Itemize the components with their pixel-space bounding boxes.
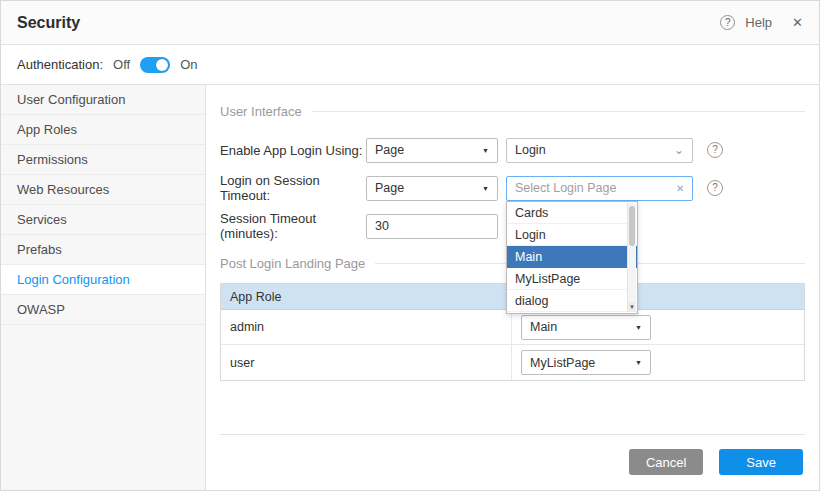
security-window: Security ? Help ✕ Authentication: Off On… xyxy=(0,0,820,491)
authentication-label: Authentication: xyxy=(17,57,103,72)
chevron-down-icon: ⌄ xyxy=(674,145,684,155)
table-row: user MyListPage ▼ xyxy=(221,345,804,380)
enable-app-login-type-value: Page xyxy=(375,143,482,157)
dropdown-option-mylistpage[interactable]: MyListPage xyxy=(507,268,637,290)
role-cell: user xyxy=(221,345,512,380)
sidebar-item-owasp[interactable]: OWASP xyxy=(1,295,205,325)
scrollbar-thumb[interactable] xyxy=(629,206,635,246)
enable-app-login-page-value: Login xyxy=(515,143,674,157)
login-page-search-input[interactable] xyxy=(515,181,676,195)
login-on-session-timeout-label: Login on Session Timeout: xyxy=(220,173,366,203)
sidebar-item-permissions[interactable]: Permissions xyxy=(1,145,205,175)
caret-down-icon: ▼ xyxy=(482,147,489,154)
login-page-dropdown-panel: Cards Login Main MyListPage dialog ▼ xyxy=(506,201,638,314)
dropdown-option-main[interactable]: Main xyxy=(507,246,637,268)
session-timeout-type-select[interactable]: Page ▼ xyxy=(366,176,498,201)
authentication-bar: Authentication: Off On xyxy=(1,45,819,85)
dropdown-option-login[interactable]: Login xyxy=(507,224,637,246)
sidebar-item-login-configuration[interactable]: Login Configuration xyxy=(1,265,205,295)
footer-actions: Cancel Save xyxy=(629,449,803,475)
dropdown-scrollbar[interactable]: ▼ xyxy=(627,203,636,312)
dropdown-option-dialog[interactable]: dialog xyxy=(507,290,637,312)
enable-app-login-help-icon[interactable]: ? xyxy=(707,142,723,158)
login-on-session-timeout-help-icon[interactable]: ? xyxy=(707,180,723,196)
landing-page-value: MyListPage xyxy=(530,356,635,370)
clear-icon[interactable]: ✕ xyxy=(676,183,684,194)
table-row: admin Main ▼ xyxy=(221,310,804,345)
session-timeout-type-value: Page xyxy=(375,181,482,195)
page-title: Security xyxy=(17,14,80,32)
window-header: Security ? Help ✕ xyxy=(1,1,819,45)
sidebar-item-web-resources[interactable]: Web Resources xyxy=(1,175,205,205)
enable-app-login-label: Enable App Login Using: xyxy=(220,143,366,158)
auth-off-label: Off xyxy=(113,57,130,72)
enable-app-login-type-select[interactable]: Page ▼ xyxy=(366,138,498,163)
footer-divider xyxy=(220,434,805,435)
role-cell: admin xyxy=(221,310,512,344)
sidebar-item-user-configuration[interactable]: User Configuration xyxy=(1,85,205,115)
section-title-post-login: Post Login Landing Page xyxy=(220,256,365,271)
section-title-user-interface: User Interface xyxy=(220,104,302,119)
table-header-app-role: App Role xyxy=(221,284,512,309)
close-icon[interactable]: ✕ xyxy=(792,15,803,30)
field-login-on-session-timeout: Login on Session Timeout: Page ▼ ✕ ? xyxy=(220,175,805,201)
landing-page-select-user[interactable]: MyListPage ▼ xyxy=(521,350,651,375)
landing-page-select-admin[interactable]: Main ▼ xyxy=(521,315,651,340)
help-icon[interactable]: ? xyxy=(720,15,735,30)
main-panel: User Interface Enable App Login Using: P… xyxy=(206,85,819,491)
toggle-knob xyxy=(156,59,168,71)
session-timeout-label: Session Timeout (minutes): xyxy=(220,211,366,241)
caret-down-icon: ▼ xyxy=(482,185,489,192)
cancel-button[interactable]: Cancel xyxy=(629,449,703,475)
enable-app-login-page-select[interactable]: Login ⌄ xyxy=(506,138,693,163)
session-timeout-input[interactable] xyxy=(366,214,498,239)
auth-on-label: On xyxy=(180,57,197,72)
caret-down-icon: ▼ xyxy=(635,359,642,366)
section-user-interface: User Interface xyxy=(220,103,805,119)
save-button[interactable]: Save xyxy=(719,449,803,475)
sidebar: User Configuration App Roles Permissions… xyxy=(1,85,206,491)
login-page-combobox[interactable]: ✕ xyxy=(506,176,693,201)
caret-down-icon: ▼ xyxy=(635,324,642,331)
sidebar-item-app-roles[interactable]: App Roles xyxy=(1,115,205,145)
help-label[interactable]: Help xyxy=(745,15,772,30)
scroll-down-icon[interactable]: ▼ xyxy=(628,302,636,312)
sidebar-item-services[interactable]: Services xyxy=(1,205,205,235)
landing-page-value: Main xyxy=(530,320,635,334)
divider xyxy=(312,111,805,112)
sidebar-item-prefabs[interactable]: Prefabs xyxy=(1,235,205,265)
dropdown-option-cards[interactable]: Cards xyxy=(507,202,637,224)
field-enable-app-login: Enable App Login Using: Page ▼ Login ⌄ ? xyxy=(220,137,805,163)
authentication-toggle[interactable] xyxy=(140,57,170,73)
